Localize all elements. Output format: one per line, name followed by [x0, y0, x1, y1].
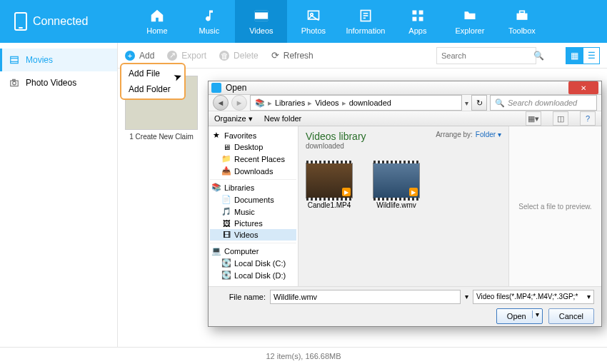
svg-rect-11 — [412, 17, 416, 21]
nav-explorer[interactable]: Explorer — [443, 0, 496, 43]
folder-tree: ★Favorites 🖥Desktop 📁Recent Places 📥Down… — [209, 126, 299, 286]
svg-rect-15 — [11, 56, 19, 63]
export-icon: ↗ — [167, 51, 177, 61]
list-view-button[interactable]: ☰ — [583, 47, 600, 64]
video-title: 1 Create New Claim — [129, 133, 193, 141]
dialog-search-input[interactable]: 🔍 Search downloaded — [490, 95, 597, 111]
tree-videos[interactable]: 🎞Videos — [210, 229, 296, 241]
folder-icon — [462, 8, 478, 24]
view-toggle: ▦ ☰ — [566, 47, 600, 64]
filename-label: File name: — [216, 293, 266, 301]
tree-libraries[interactable]: 📚Libraries — [210, 181, 296, 193]
file-item[interactable]: ▶ Wildlife.wmv — [373, 163, 420, 209]
svg-rect-9 — [412, 11, 416, 15]
tree-favorites[interactable]: ★Favorites — [210, 129, 296, 141]
open-button[interactable]: Open — [496, 308, 543, 324]
device-status-text: Connected — [33, 15, 88, 28]
export-button[interactable]: ↗ Export — [167, 51, 206, 61]
file-name: Wildlife.wmv — [376, 201, 416, 209]
top-nav: Connected Home Music Videos Photos Infor… — [0, 0, 607, 43]
nav-photos[interactable]: Photos — [287, 0, 339, 43]
tree-documents[interactable]: 📄Documents — [210, 193, 296, 206]
help-button[interactable]: ? — [580, 111, 596, 126]
toolbar: + Add ↗ Export 🗑 Delete ⟳ Refresh 🔍 ▦ ☰ — [118, 43, 607, 69]
preview-pane-button[interactable]: ◫ — [553, 111, 568, 126]
add-folder-menu-item[interactable]: Add Folder — [121, 81, 184, 97]
tree-disk-c[interactable]: 💽Local Disk (C:) — [210, 257, 296, 269]
dialog-path-bar: ◄ ► 📚 ▸ Libraries ▸ Videos ▸ downloaded … — [209, 95, 601, 111]
library-subtitle: downloaded — [306, 142, 501, 150]
organize-button[interactable]: Organize ▾ — [214, 114, 253, 123]
refresh-icon: ⟳ — [271, 50, 279, 61]
breadcrumb[interactable]: 📚 ▸ Libraries ▸ Videos ▸ downloaded — [250, 95, 462, 111]
arrange-by[interactable]: Arrange by: Folder ▾ — [436, 131, 501, 138]
tree-recent-places[interactable]: 📁Recent Places — [210, 153, 296, 165]
sidebar-item-movies[interactable]: Movies — [0, 49, 117, 71]
svg-rect-13 — [516, 14, 527, 20]
dialog-toolbar: Organize ▾ New folder ▦▾ ◫ ? — [209, 111, 601, 126]
svg-rect-14 — [520, 11, 525, 13]
tree-computer[interactable]: 💻Computer — [210, 245, 296, 257]
status-text: 12 item(s), 166.68MB — [266, 352, 341, 360]
file-thumbnail: ▶ — [373, 163, 420, 198]
file-list-pane: Arrange by: Folder ▾ Videos library down… — [299, 126, 508, 286]
trash-icon: 🗑 — [219, 51, 229, 61]
tree-pictures[interactable]: 🖼Pictures — [210, 218, 296, 229]
add-button[interactable]: + Add — [125, 51, 154, 61]
file-name: Candle1.MP4 — [308, 201, 351, 209]
grid-view-button[interactable]: ▦ — [566, 47, 583, 64]
svg-rect-2 — [255, 19, 268, 21]
back-button[interactable]: ◄ — [213, 95, 229, 111]
nav-toolbox[interactable]: Toolbox — [496, 0, 548, 43]
svg-rect-10 — [419, 11, 423, 15]
sidebar-label: Photo Videos — [26, 78, 76, 88]
sidebar: Movies Photo Videos — [0, 43, 118, 347]
sidebar-label: Movies — [26, 55, 53, 65]
delete-button[interactable]: 🗑 Delete — [219, 51, 259, 61]
search-icon: 🔍 — [495, 98, 505, 108]
view-mode-button[interactable]: ▦▾ — [526, 111, 541, 126]
cancel-button[interactable]: Cancel — [548, 308, 594, 324]
arrange-value[interactable]: Folder ▾ — [476, 131, 501, 138]
status-bar: 12 item(s), 166.68MB — [0, 347, 607, 364]
file-open-dialog: Open ✕ ◄ ► 📚 ▸ Libraries ▸ Videos ▸ down… — [208, 81, 602, 327]
close-button[interactable]: ✕ — [568, 81, 598, 94]
tree-music[interactable]: 🎵Music — [210, 206, 296, 218]
sidebar-item-photo-videos[interactable]: Photo Videos — [0, 71, 117, 94]
dialog-title: Open — [226, 83, 564, 93]
dialog-titlebar: Open ✕ — [209, 81, 601, 95]
play-icon: ▶ — [342, 188, 351, 196]
phone-icon — [14, 12, 27, 31]
app-icon — [211, 83, 221, 93]
nav-apps[interactable]: Apps — [391, 0, 443, 43]
refresh-button[interactable]: ⟳ Refresh — [271, 50, 313, 61]
filename-input[interactable] — [270, 290, 461, 304]
nav-information[interactable]: Information — [339, 0, 391, 43]
plus-icon: + — [125, 51, 135, 61]
file-item[interactable]: ▶ Candle1.MP4 — [306, 163, 353, 209]
new-folder-button[interactable]: New folder — [264, 114, 302, 123]
refresh-path-button[interactable]: ↻ — [471, 95, 487, 111]
film-icon — [9, 54, 20, 66]
apps-icon — [410, 8, 426, 24]
toolbox-icon — [514, 8, 530, 24]
file-filter-select[interactable]: Video files(*.MP4;*.M4V;*.3GP;*▾ — [473, 290, 594, 304]
camera-icon — [9, 77, 20, 89]
svg-point-19 — [13, 81, 16, 85]
search-icon[interactable]: 🔍 — [533, 51, 544, 61]
search-input[interactable] — [436, 47, 536, 64]
svg-rect-20 — [13, 79, 16, 81]
library-icon: 📚 — [255, 98, 265, 108]
photos-icon — [306, 8, 321, 24]
music-icon — [201, 8, 217, 24]
nav-music[interactable]: Music — [183, 0, 235, 43]
nav-videos[interactable]: Videos — [235, 0, 287, 43]
tree-disk-d[interactable]: 💽Local Disk (D:) — [210, 269, 296, 281]
forward-button[interactable]: ► — [231, 95, 247, 111]
tree-desktop[interactable]: 🖥Desktop — [210, 141, 296, 153]
video-icon — [254, 8, 269, 24]
preview-pane: Select a file to preview. — [508, 126, 601, 286]
nav-home[interactable]: Home — [131, 0, 183, 43]
tree-downloads[interactable]: 📥Downloads — [210, 165, 296, 177]
dialog-footer: File name: ▾ Video files(*.MP4;*.M4V;*.3… — [209, 286, 601, 326]
